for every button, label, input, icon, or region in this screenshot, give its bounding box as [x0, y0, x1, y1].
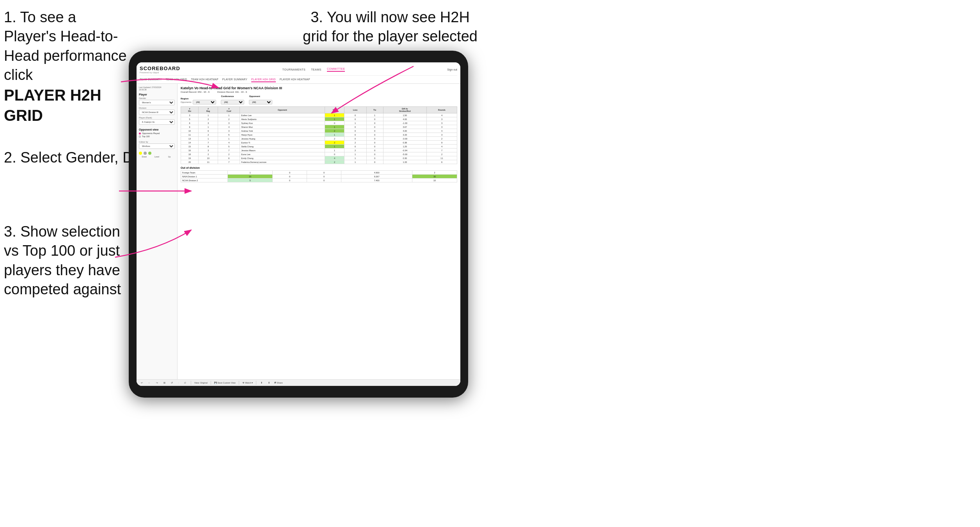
td-diff: 3.67 — [383, 125, 426, 129]
sub-nav: TEAM SUMMARY TEAM H2H GRID TEAM H2H HEAT… — [140, 75, 457, 83]
radio-dot-top100 — [139, 136, 141, 138]
toolbar-dot[interactable]: · — [177, 381, 180, 384]
toolbar-redo[interactable]: ↪ — [155, 381, 159, 384]
main-content: Last Updated: 27/03/202416:55:38 Player … — [137, 84, 460, 386]
colour-by-select[interactable]: Win/loss — [139, 143, 175, 149]
td-diff: 4.00 — [383, 117, 426, 121]
td-div: 11 — [181, 133, 199, 137]
toolbar-divider4 — [256, 381, 256, 385]
td-reg: 8 — [199, 145, 218, 149]
division-record: Division Record: 331 - 34 - 6 — [217, 91, 247, 93]
toolbar-share[interactable]: ⇄ Share — [274, 382, 282, 384]
sub-nav-team-summary[interactable]: TEAM SUMMARY — [140, 77, 162, 82]
td-win: 2 — [325, 141, 344, 145]
td-conf: 3 — [218, 129, 240, 133]
radio-top100[interactable]: Top 100 — [139, 135, 175, 138]
nav-teams[interactable]: TEAMS — [311, 68, 321, 71]
td-opponent: Esther Lee — [240, 113, 325, 117]
opponent-select[interactable]: (All) — [249, 100, 272, 104]
td-tie: 0 — [366, 125, 383, 129]
table-row: 1637 Jessica Mason 120 -0.947 — [181, 149, 457, 152]
td-div: 18 — [181, 152, 199, 156]
td-reg: 6 — [199, 129, 218, 133]
toolbar-undo[interactable]: ↩ — [140, 381, 144, 384]
toolbar-watch[interactable]: 👁 Watch ▾ — [242, 382, 253, 384]
player-section-title: Player — [139, 93, 175, 96]
td-rounds: 3 — [426, 117, 457, 121]
td-loss: 0 — [344, 145, 366, 149]
td-tie: 0 — [366, 152, 383, 156]
td-rounds: 10 — [412, 179, 457, 182]
toolbar-view-original[interactable]: View: Original — [194, 382, 208, 384]
table-row: Foreign Team 100 4.500 2 — [181, 171, 457, 175]
td-diff: 4.500 — [341, 171, 412, 175]
td-reg: 2 — [199, 117, 218, 121]
toolbar-down[interactable]: ⬇ — [267, 381, 271, 384]
toolbar-grid[interactable]: ⊞ — [162, 381, 167, 384]
td-reg: 10 — [199, 156, 218, 160]
td-opponent: Alexis Sudjianto — [240, 117, 325, 121]
td-loss: 0 — [344, 125, 366, 129]
td-rounds: 3 — [426, 133, 457, 137]
toolbar-refresh[interactable]: ↺ — [170, 381, 174, 384]
td-conf: 2 — [218, 117, 240, 121]
nav-links: TOURNAMENTS TEAMS COMMITTEE — [282, 67, 345, 72]
toolbar-back[interactable]: ← — [147, 381, 152, 384]
td-rounds: 3 — [426, 125, 457, 129]
toolbar-up[interactable]: ⬆ — [259, 381, 264, 384]
td-rounds: 2 — [426, 137, 457, 141]
td-win: 1 — [325, 133, 344, 137]
logo-area: SCOREBOARD Powered by clippd — [140, 65, 180, 74]
radio-opponents-played[interactable]: Opponents Played — [139, 132, 175, 134]
td-win: 5 — [228, 179, 273, 182]
td-opponent: Jessica Mason — [240, 149, 325, 152]
sub-nav-team-heatmap[interactable]: TEAM H2H HEATMAP — [191, 77, 218, 82]
gender-label: Gender — [139, 97, 175, 99]
instruction-step3-left: 3. Show selection vs Top 100 or just pla… — [4, 222, 125, 299]
player-rank-select[interactable]: 8. Katelyn Vo — [139, 119, 175, 125]
td-reg: 1 — [199, 137, 218, 141]
th-reg: #Reg — [199, 107, 218, 113]
main-table: #Div #Reg #Conf Opponent Win Loss Tie Di… — [181, 106, 457, 164]
conference-select[interactable]: (All) — [221, 100, 244, 104]
sign-out[interactable]: Sign out — [447, 68, 457, 71]
td-conf: 3 — [218, 121, 240, 125]
player-rank-label: Player (Rank) — [139, 117, 175, 119]
region-select[interactable]: (All) — [193, 100, 216, 104]
td-opponent: Heejo Hyun — [240, 133, 325, 137]
td-loss: 0 — [344, 137, 366, 141]
nav-bar: SCOREBOARD Powered by clippd TOURNAMENTS… — [137, 62, 460, 84]
td-conf: 6 — [218, 156, 240, 160]
sub-nav-player-summary[interactable]: PLAYER SUMMARY — [222, 77, 247, 82]
instruction-step3-right: 3. You will now see H2H grid for the pla… — [296, 8, 484, 46]
timestamp: Last Updated: 27/03/202416:55:38 — [139, 86, 175, 91]
td-loss: 0 — [344, 129, 366, 133]
sub-nav-team-h2h[interactable]: TEAM H2H GRID — [166, 77, 187, 82]
td-team: NCAA Division 2 — [181, 179, 228, 182]
logo-text: SCOREBOARD — [140, 65, 180, 71]
division-select[interactable]: NCAA Division III NCAA Division I NCAA D… — [139, 110, 175, 115]
gender-select[interactable]: Women's Men's — [139, 100, 175, 105]
sub-nav-player-heatmap[interactable]: PLAYER H2H HEATMAP — [280, 77, 310, 82]
step1-text: 1. To see a Player's Head-to-Head perfor… — [4, 8, 129, 85]
nav-tournaments[interactable]: TOURNAMENTS — [282, 68, 305, 71]
right-content: Katelyn Vo Head-to-Head Grid for Women's… — [178, 84, 460, 386]
toolbar-timer[interactable]: ⏱ — [183, 381, 188, 384]
table-row: 1125 Heejo Hyun 100 3.333 — [181, 133, 457, 137]
td-rounds: 7 — [426, 149, 457, 152]
table-row: 633 Sydney Kuo 010 -1.003 — [181, 121, 457, 125]
td-diff: 1.50 — [383, 113, 426, 117]
colour-labels: Down Level Up — [139, 156, 175, 158]
td-rounds: 2 — [412, 171, 457, 175]
th-rounds: Rounds — [426, 107, 457, 113]
td-win: 0 — [325, 152, 344, 156]
td-win: 15 — [228, 175, 273, 179]
toolbar-save-custom[interactable]: 💾 Save Custom View — [214, 382, 236, 384]
nav-committee[interactable]: COMMITTEE — [327, 67, 345, 72]
division-label: Division — [139, 107, 175, 109]
td-conf: 4 — [218, 141, 240, 145]
th-opponent: Opponent — [240, 107, 325, 113]
table-row: 1063 Andrea York 200 4.004 — [181, 129, 457, 133]
sub-nav-player-h2h[interactable]: PLAYER H2H GRID — [251, 77, 276, 82]
td-div: 15 — [181, 145, 199, 149]
